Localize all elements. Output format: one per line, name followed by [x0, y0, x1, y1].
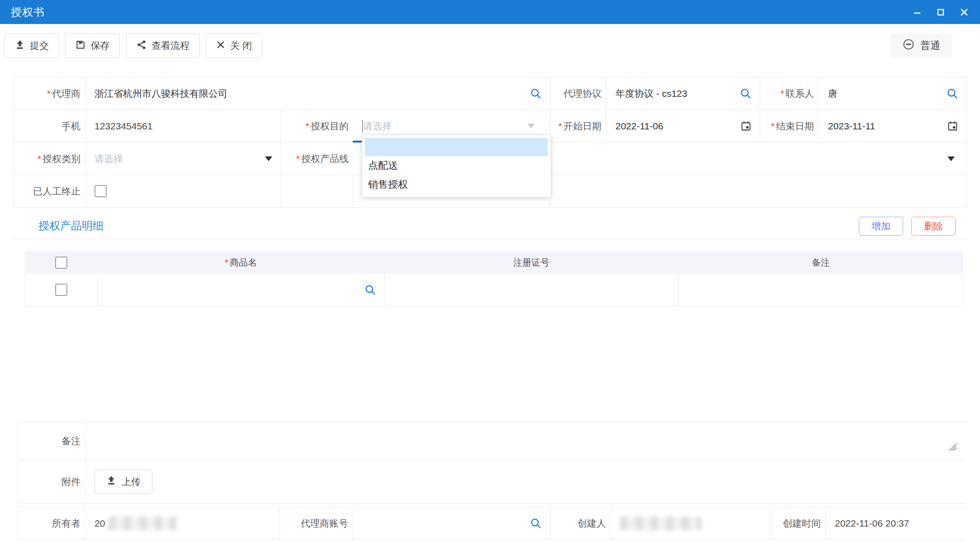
end-date-field[interactable]: 2023-11-11	[819, 110, 967, 143]
product-line-label: 授权产品线	[281, 143, 353, 175]
contact-label: 联系人	[760, 77, 819, 110]
dropdown-option-empty[interactable]	[365, 138, 548, 156]
authorization-window: 授权书 提交 保存	[0, 0, 980, 542]
form-row-1: 代理商 浙江省杭州市八骏科技有限公司 代理协议 年度协议 - cs123 联系人…	[14, 77, 966, 110]
save-button[interactable]: 保存	[65, 33, 120, 58]
priority-button[interactable]: 普通	[891, 33, 952, 58]
agent-value: 浙江省杭州市八骏科技有限公司	[95, 87, 227, 100]
category-select[interactable]: 请选择	[85, 143, 281, 175]
end-date-label: 结束日期	[760, 110, 819, 143]
mobile-value: 12323454561	[95, 121, 152, 132]
redacted-value	[109, 517, 176, 530]
agent-field[interactable]: 浙江省杭州市八骏科技有限公司	[85, 77, 550, 110]
chevron-down-icon[interactable]	[947, 156, 955, 162]
start-date-label: 开始日期	[550, 110, 606, 143]
search-icon[interactable]	[947, 88, 958, 100]
terminated-checkbox[interactable]	[95, 185, 107, 197]
maximize-button[interactable]	[936, 7, 946, 17]
calendar-icon[interactable]	[947, 120, 958, 132]
row-checkbox[interactable]	[55, 284, 67, 296]
column-product-name: 商品名	[97, 257, 384, 269]
table-row	[25, 274, 963, 306]
window-controls	[912, 7, 969, 17]
details-section-header: 授权产品明细 增加 删除	[14, 217, 966, 239]
owner-row: 所有者 20 代理商账号 创建人 创建时间 2022-11-06 20:37	[18, 507, 966, 540]
registration-no-cell[interactable]	[385, 274, 679, 306]
search-icon[interactable]	[530, 518, 542, 529]
contact-field[interactable]: 唐	[819, 77, 967, 110]
calendar-icon[interactable]	[740, 120, 752, 132]
agent-account-field[interactable]	[353, 508, 550, 539]
submit-button[interactable]: 提交	[5, 33, 59, 58]
attachment-row: 附件 上传	[18, 460, 966, 504]
agreement-field[interactable]: 年度协议 - cs123	[606, 77, 760, 110]
details-table-header: 商品名 注册证号 备注	[25, 251, 963, 274]
toolbar: 提交 保存 查看流程 关 闭 普通	[0, 24, 980, 61]
row-checkbox-cell	[25, 274, 98, 306]
attachment-field: 上传	[85, 460, 967, 503]
view-flow-label: 查看流程	[151, 39, 189, 52]
view-flow-button[interactable]: 查看流程	[126, 33, 200, 58]
start-date-value: 2022-11-06	[615, 121, 663, 132]
upload-icon	[15, 40, 25, 52]
purpose-dropdown-panel: 点配送 销售授权	[362, 135, 551, 197]
owner-label: 所有者	[19, 508, 85, 539]
search-icon[interactable]	[530, 88, 542, 100]
chevron-down-icon[interactable]	[265, 156, 272, 162]
text-caret	[362, 120, 363, 133]
terminated-cell	[85, 175, 281, 208]
delete-row-button[interactable]: 删除	[911, 217, 956, 236]
purpose-label: 授权目的	[281, 110, 353, 143]
titlebar: 授权书	[0, 0, 980, 24]
close-button[interactable]	[959, 7, 969, 17]
upload-icon	[106, 475, 116, 488]
submit-label: 提交	[30, 39, 49, 52]
column-remark: 备注	[678, 257, 963, 269]
created-time-label: 创建时间	[772, 508, 826, 539]
remark-textarea[interactable]	[85, 423, 967, 460]
upload-label: 上传	[122, 475, 141, 488]
agent-account-label: 代理商账号	[280, 508, 353, 539]
dropdown-option[interactable]: 销售授权	[362, 175, 550, 194]
priority-label: 普通	[920, 39, 940, 52]
agent-label: 代理商	[14, 77, 85, 110]
redacted-value	[620, 517, 701, 530]
empty-cell	[550, 175, 967, 208]
creator-field	[611, 508, 772, 539]
upload-button[interactable]: 上传	[95, 470, 152, 494]
dropdown-option[interactable]: 点配送	[362, 156, 550, 175]
details-table: 商品名 注册证号 备注	[25, 251, 963, 422]
creator-label: 创建人	[550, 508, 611, 539]
details-buttons: 增加 删除	[859, 217, 956, 236]
add-row-button[interactable]: 增加	[859, 217, 903, 236]
search-icon[interactable]	[365, 284, 376, 296]
mobile-label: 手机	[14, 110, 85, 143]
resize-grip-icon[interactable]	[947, 441, 958, 454]
remark-label: 备注	[19, 423, 85, 460]
header-checkbox-cell	[25, 257, 97, 269]
purpose-placeholder: 请选择	[363, 120, 392, 133]
search-icon[interactable]	[740, 88, 752, 100]
created-time-value: 2022-11-06 20:37	[835, 518, 909, 529]
agreement-value: 年度协议 - cs123	[615, 87, 687, 100]
remark-cell[interactable]	[679, 274, 964, 306]
window-title: 授权书	[11, 5, 45, 19]
circle-minus-icon	[903, 38, 914, 53]
chevron-down-icon[interactable]	[528, 124, 535, 128]
product-name-cell[interactable]	[98, 274, 385, 306]
mobile-field[interactable]: 12323454561	[85, 110, 281, 143]
close-form-label: 关 闭	[230, 39, 252, 52]
share-icon	[137, 40, 147, 52]
remark-row: 备注	[18, 422, 966, 460]
save-label: 保存	[90, 39, 109, 52]
terminated-label: 已人工终止	[14, 175, 85, 208]
owner-value: 20	[95, 518, 105, 529]
empty-cell	[281, 175, 353, 208]
x-icon	[216, 40, 225, 52]
minimize-button[interactable]	[912, 7, 922, 17]
start-date-field[interactable]: 2022-11-06	[606, 110, 760, 143]
select-all-checkbox[interactable]	[55, 257, 67, 269]
contact-value: 唐	[828, 87, 838, 100]
owner-field: 20	[85, 508, 280, 539]
close-form-button[interactable]: 关 闭	[206, 33, 262, 58]
